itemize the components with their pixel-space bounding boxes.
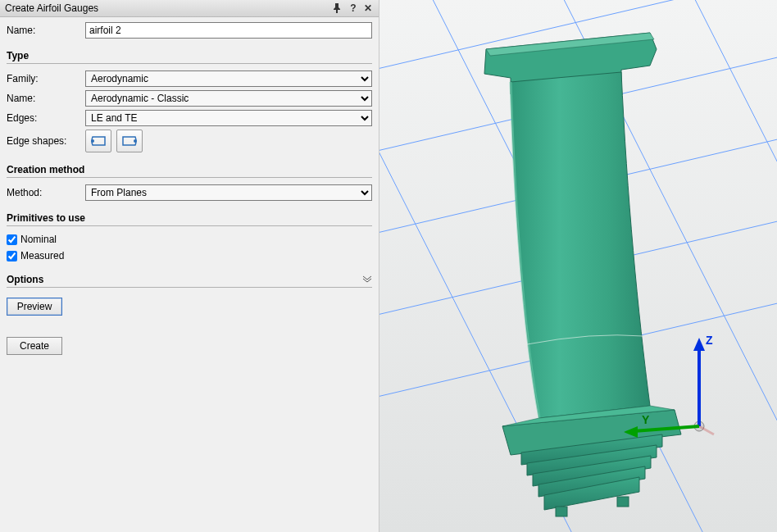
method-select[interactable]: From Planes <box>85 184 372 201</box>
svg-line-10 <box>675 0 777 532</box>
measured-label: Measured <box>20 250 64 261</box>
edge-shape-te-button[interactable] <box>116 130 143 152</box>
dialog-content: Name: Type Family: Aerodynamic Name: <box>0 17 379 361</box>
dialog-title: Create Airfoil Gauges <box>5 2 333 14</box>
primitives-section-head: Primitives to use <box>7 209 372 226</box>
family-select[interactable]: Aerodynamic <box>85 70 372 87</box>
name-label: Name: <box>7 25 80 36</box>
create-button[interactable]: Create <box>7 337 62 355</box>
primitives-heading: Primitives to use <box>7 212 372 224</box>
pin-icon[interactable] <box>333 3 344 13</box>
svg-marker-15 <box>693 338 705 351</box>
preview-button[interactable]: Preview <box>7 298 62 316</box>
creation-heading: Creation method <box>7 164 372 175</box>
type-name-row: Name: Aerodynamic - Classic <box>7 90 372 107</box>
options-section-head[interactable]: Options <box>7 271 372 288</box>
dialog-titlebar[interactable]: Create Airfoil Gauges ? ✕ <box>0 0 379 17</box>
3d-viewport[interactable]: Z Y <box>379 0 777 532</box>
help-icon[interactable]: ? <box>348 2 359 14</box>
measured-row: Measured <box>7 249 372 262</box>
close-icon[interactable]: ✕ <box>362 2 374 14</box>
nominal-row: Nominal <box>7 233 372 246</box>
type-heading: Type <box>7 50 372 61</box>
type-name-select[interactable]: Aerodynamic - Classic <box>85 90 372 107</box>
options-heading: Options <box>7 274 361 285</box>
app-root: Create Airfoil Gauges ? ✕ Name: Type <box>0 0 777 532</box>
edges-label: Edges: <box>7 112 80 124</box>
svg-rect-12 <box>617 497 629 507</box>
viewport-canvas: Z Y <box>379 0 777 532</box>
chevron-down-icon[interactable] <box>361 274 372 285</box>
axis-y-label: Y <box>642 413 650 426</box>
edge-shape-le-button[interactable] <box>85 130 111 152</box>
method-label: Method: <box>7 187 80 198</box>
titlebar-icons: ? ✕ <box>333 2 374 14</box>
dialog-panel: Create Airfoil Gauges ? ✕ Name: Type <box>0 0 379 532</box>
nominal-checkbox[interactable] <box>7 234 17 245</box>
preview-row: Preview <box>7 294 372 319</box>
type-name-label: Name: <box>7 93 80 104</box>
edge-shapes-label: Edge shapes: <box>7 135 80 147</box>
type-section-head: Type <box>7 47 372 64</box>
method-row: Method: From Planes <box>7 184 372 201</box>
svg-rect-11 <box>556 507 567 516</box>
axis-z-label: Z <box>706 334 713 347</box>
name-input[interactable] <box>85 22 372 39</box>
family-label: Family: <box>7 73 80 84</box>
creation-section-head: Creation method <box>7 161 372 178</box>
svg-point-1 <box>134 139 137 143</box>
name-row: Name: <box>7 22 372 39</box>
svg-point-0 <box>91 139 94 143</box>
family-row: Family: Aerodynamic <box>7 70 372 87</box>
edges-select[interactable]: LE and TE <box>85 110 372 126</box>
edge-shapes-row: Edge shapes: <box>7 130 372 152</box>
airfoil-model <box>484 33 681 516</box>
measured-checkbox[interactable] <box>7 251 17 261</box>
edges-row: Edges: LE and TE <box>7 110 372 126</box>
nominal-label: Nominal <box>20 234 57 245</box>
dialog-footer: Create Close <box>7 332 372 355</box>
